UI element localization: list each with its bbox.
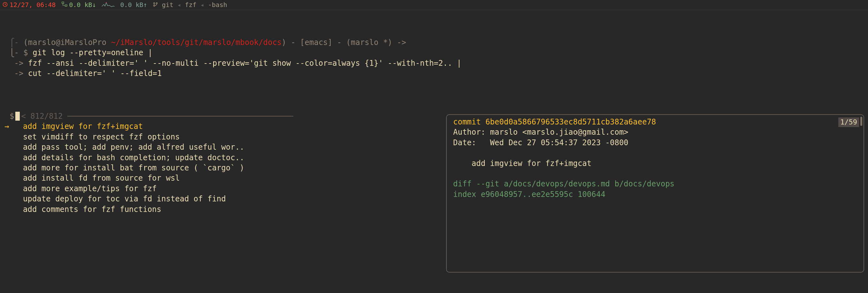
prompt-line-1: ⎧- (marslo@iMarsloPro ~/iMarslo/tools/gi… bbox=[9, 37, 859, 48]
command-line-2[interactable]: -> fzf --ansi --delimiter=' ' --no-multi… bbox=[9, 58, 859, 68]
terminal-body: ⎧- (marslo@iMarsloPro ~/iMarslo/tools/gi… bbox=[0, 10, 868, 79]
net-down-section: 0.0 kB↓ bbox=[62, 1, 96, 9]
fzf-interface: $ < 812/812 ────────────────────────────… bbox=[3, 111, 865, 214]
fzf-item[interactable]: add more example/tips for fzf bbox=[3, 183, 437, 194]
fzf-count: 812/812 bbox=[30, 111, 63, 121]
fzf-item[interactable]: set vimdiff to respect fzf options bbox=[3, 132, 437, 142]
fzf-item[interactable]: add more for install bat from source ( `… bbox=[3, 163, 437, 173]
fzf-item[interactable]: update deploy for toc via fd instead of … bbox=[3, 194, 437, 204]
fzf-item[interactable]: add install fd from source for wsl bbox=[3, 173, 437, 183]
net-up-value: 0.0 kB↑ bbox=[120, 1, 147, 9]
fzf-item[interactable]: add comments for fzf functions bbox=[3, 204, 437, 214]
fzf-item[interactable]: add details for bash completion; update … bbox=[3, 152, 437, 163]
net-up-section: 0.0 kB↑ bbox=[120, 1, 147, 9]
preview-commit-line: commit 6be0d0a5866796533ec8d5711cb382a6a… bbox=[453, 117, 857, 127]
svg-rect-2 bbox=[65, 5, 67, 6]
svg-point-5 bbox=[156, 3, 157, 4]
cwd-path: ~/iMarslo/tools/git/marslo/mbook/docs bbox=[111, 38, 282, 47]
preview-message: add imgview for fzf+imgcat bbox=[453, 158, 857, 169]
preview-author: Author: marslo <marslo.jiao@gmail.com> bbox=[453, 127, 857, 137]
svg-rect-1 bbox=[62, 2, 64, 3]
fzf-prompt[interactable]: $ < 812/812 ────────────────────────────… bbox=[3, 111, 437, 121]
proc-sep-1: ◂ bbox=[177, 1, 181, 9]
net-down-icon bbox=[62, 1, 67, 9]
proc-sep-2: ◂ bbox=[200, 1, 204, 9]
fzf-left-pane: $ < 812/812 ────────────────────────────… bbox=[3, 111, 443, 214]
preview-date: Date: Wed Dec 27 05:54:37 2023 -0800 bbox=[453, 138, 857, 148]
svg-point-4 bbox=[154, 3, 155, 4]
preview-scrollbar[interactable] bbox=[860, 117, 862, 126]
svg-point-6 bbox=[154, 5, 155, 6]
preview-diff-index: index e96048957..ee2e5595c 100644 bbox=[453, 189, 857, 200]
command-line-3[interactable]: -> cut --delimiter=' ' --field=1 bbox=[9, 68, 859, 79]
proc-2: fzf bbox=[185, 1, 196, 9]
branch-icon bbox=[153, 1, 162, 9]
fzf-cursor bbox=[15, 112, 20, 121]
proc-1: git bbox=[162, 1, 173, 9]
clock-icon bbox=[3, 1, 8, 9]
fzf-rule: ────────────────────────────────────────… bbox=[67, 111, 437, 121]
svg-point-3 bbox=[106, 2, 106, 3]
process-chain: git ◂ fzf ◂ -bash bbox=[153, 1, 227, 9]
fzf-list[interactable]: add imgview for fzf+imgcat set vimdiff t… bbox=[3, 121, 437, 214]
cpu-sparkline bbox=[102, 1, 115, 9]
fzf-input-marker: < bbox=[21, 111, 26, 121]
commit-hash: 6be0d0a5866796533ec8d5711cb382a6aee78 bbox=[485, 117, 656, 126]
status-bar: 12/27, 06:48 0.0 kB↓ 0.0 kB↑ git ◂ fzf ◂… bbox=[0, 0, 868, 10]
clock-section: 12/27, 06:48 bbox=[3, 1, 56, 9]
command-line-1[interactable]: ⎩- $ git log --pretty=oneline | bbox=[9, 48, 859, 58]
clock-text: 12/27, 06:48 bbox=[9, 1, 56, 9]
preview-pager: 1/59 bbox=[838, 117, 859, 127]
fzf-preview-pane: 1/59 commit 6be0d0a5866796533ec8d5711cb3… bbox=[446, 114, 864, 272]
fzf-item[interactable]: add imgview for fzf+imgcat bbox=[3, 121, 437, 131]
fzf-item[interactable]: add pass tool; add penv; add alfred usef… bbox=[3, 142, 437, 152]
proc-3: -bash bbox=[208, 1, 227, 9]
net-down-value: 0.0 kB↓ bbox=[69, 1, 96, 9]
preview-diff-header: diff --git a/docs/devops/devops.md b/doc… bbox=[453, 179, 857, 189]
